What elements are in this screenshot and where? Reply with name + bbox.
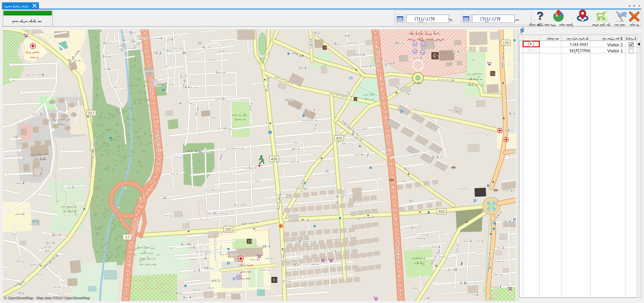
svg-text:175: 175 <box>502 41 509 45</box>
svg-text:P: P <box>400 109 404 114</box>
svg-text:P: P <box>233 276 236 282</box>
svg-text:H: H <box>237 275 240 279</box>
svg-text:H: H <box>414 50 416 53</box>
svg-text:332: 332 <box>225 227 231 231</box>
svg-text:332: 332 <box>438 209 444 213</box>
svg-text:H: H <box>414 42 416 46</box>
svg-text:P: P <box>473 198 476 204</box>
svg-text:H: H <box>422 42 424 46</box>
svg-text:© OpenStreetMap - Map data ©20: © OpenStreetMap - Map data ©2020 OpenStr… <box>4 296 90 300</box>
svg-text:435: 435 <box>271 157 277 161</box>
svg-text:i: i <box>461 261 462 266</box>
svg-text:P: P <box>513 217 516 222</box>
svg-text:425: 425 <box>336 136 342 140</box>
svg-text:P: P <box>227 260 230 266</box>
svg-text:H: H <box>421 51 424 54</box>
svg-text:?: ? <box>537 9 544 22</box>
svg-text:17: 17 <box>125 235 130 239</box>
svg-text:Visitor 1: Visitor 1 <box>607 48 623 53</box>
svg-text:Visitor 2: Visitor 2 <box>607 42 623 47</box>
svg-text:217: 217 <box>88 111 94 115</box>
